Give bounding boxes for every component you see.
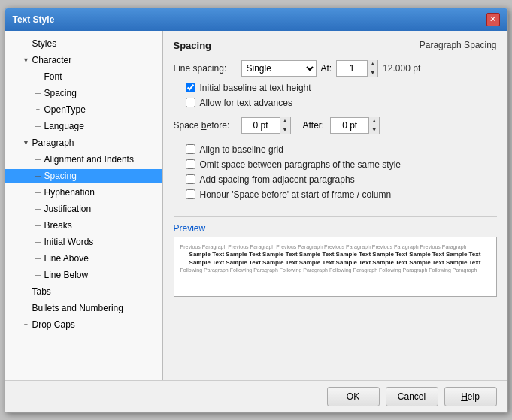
cb4-row: Omit space between paragraphs of the sam… [186,159,497,170]
space-before-spinner[interactable]: ▲ ▼ [241,117,291,134]
separator [174,216,497,217]
expander-styles [20,38,32,50]
sidebar-label-font: Font [44,71,62,82]
line-spacing-select[interactable]: Single 1.5 Lines Double At Least Exactly… [241,60,317,77]
expander-opentype: + [32,104,44,116]
space-before-up[interactable]: ▲ [280,117,290,125]
cancel-button[interactable]: Cancel [386,387,438,406]
sidebar-item-font[interactable]: — Font [5,68,162,85]
sidebar-item-character[interactable]: ▼ Character [5,52,162,68]
cb3-row: Align to baseline grid [186,144,497,155]
at-spinner-btns: ▲ ▼ [367,60,377,77]
sidebar-label-line-below: Line Below [44,270,89,280]
space-before-down[interactable]: ▼ [280,125,290,134]
cb3-checkbox[interactable] [186,144,195,154]
dialog-title: Text Style [13,14,55,25]
expander-bullets [20,302,32,314]
panel-title: Spacing [174,40,212,51]
sidebar-item-justification[interactable]: — Justification [5,201,162,217]
sidebar-label-spacing-char: Spacing [44,88,77,98]
at-spinner-down[interactable]: ▼ [367,68,377,77]
sidebar-item-spacing-char[interactable]: — Spacing [5,85,162,101]
cb1-row: Initial baseline at text height [186,83,497,93]
cb6-row: Honour 'Space before' at start of frame … [186,189,497,200]
expander-justification: — [32,203,44,215]
expander-drop-caps: + [20,319,32,331]
after-input[interactable] [331,118,368,133]
panel-subtitle: Paragraph Spacing [420,40,497,50]
cb1-checkbox[interactable] [186,83,195,92]
after-spinner[interactable]: ▲ ▼ [330,117,380,134]
sidebar-item-line-below[interactable]: — Line Below [5,267,162,283]
sidebar-item-tabs[interactable]: Tabs [5,283,162,300]
cb6-checkbox[interactable] [186,189,195,199]
cb5-checkbox[interactable] [186,174,195,184]
preview-sample-text: Sample Text Sample Text Sample Text Samp… [180,250,490,267]
sidebar-item-language[interactable]: — Language [5,118,162,134]
sidebar-item-breaks[interactable]: — Breaks [5,217,162,234]
preview-follow-text: Following Paragraph Following Paragraph … [180,267,490,273]
sidebar-label-spacing-para: Spacing [44,171,77,181]
sidebar-label-hyphenation: Hyphenation [44,187,95,198]
sidebar-item-initial-words[interactable]: — Initial Words [5,234,162,250]
sidebar-item-bullets[interactable]: Bullets and Numbering [5,300,162,316]
sidebar-label-bullets: Bullets and Numbering [32,303,123,313]
cb5-label: Add spacing from adjacent paragraphs [200,174,355,185]
expander-hyphenation: — [32,186,44,198]
sidebar-item-styles[interactable]: Styles [5,35,162,52]
expander-initial-words: — [32,236,44,248]
sidebar-label-styles: Styles [32,38,57,49]
at-label: At: [321,63,332,74]
cb4-label: Omit space between paragraphs of the sam… [200,159,401,170]
sidebar-label-drop-caps: Drop Caps [32,319,75,330]
expander-language: — [32,120,44,132]
help-button[interactable]: Help [444,387,497,406]
expander-paragraph: ▼ [20,137,32,149]
preview-prev-text: Previous Paragraph Previous Paragraph Pr… [180,243,490,250]
sidebar-label-justification: Justification [44,204,92,214]
sidebar-label-breaks: Breaks [44,220,72,231]
at-spinner[interactable]: ▲ ▼ [336,60,378,77]
expander-spacing-para: — [32,170,44,182]
sidebar-label-tabs: Tabs [32,286,51,297]
cb1-label: Initial baseline at text height [200,83,311,93]
sidebar-item-spacing-para[interactable]: — Spacing [5,168,162,184]
expander-alignment: — [32,153,44,165]
at-spinner-up[interactable]: ▲ [367,60,377,68]
sidebar-item-alignment[interactable]: — Alignment and Indents [5,151,162,168]
space-before-btns: ▲ ▼ [280,117,290,134]
cb5-row: Add spacing from adjacent paragraphs [186,174,497,185]
sidebar-label-opentype: OpenType [44,104,86,115]
expander-line-above: — [32,252,44,264]
sidebar-item-line-above[interactable]: — Line Above [5,250,162,267]
sidebar-item-paragraph[interactable]: ▼ Paragraph [5,134,162,151]
after-down[interactable]: ▼ [368,125,379,134]
sidebar-label-initial-words: Initial Words [44,237,94,247]
cb4-checkbox[interactable] [186,159,195,169]
after-btns: ▲ ▼ [368,117,379,134]
expander-breaks: — [32,219,44,231]
cb6-label: Honour 'Space before' at start of frame … [200,189,392,200]
line-spacing-row: Line spacing: Single 1.5 Lines Double At… [174,60,497,77]
at-input[interactable] [337,61,367,76]
cb2-label: Allow for text advances [200,98,292,108]
sidebar-label-character: Character [32,55,72,65]
after-up[interactable]: ▲ [368,117,379,125]
expander-character: ▼ [20,54,32,66]
preview-box: Previous Paragraph Previous Paragraph Pr… [174,237,497,297]
cb2-checkbox[interactable] [186,98,195,107]
sidebar-item-opentype[interactable]: + OpenType [5,101,162,118]
space-before-label: Space before: [174,120,241,131]
text-style-dialog: Text Style ✕ Styles ▼ Character [5,8,508,413]
expander-line-below: — [32,269,44,281]
sidebar-tree: Styles ▼ Character — Font — [5,31,163,380]
dialog-body: Styles ▼ Character — Font — [5,31,507,380]
close-button[interactable]: ✕ [486,13,500,26]
ok-button[interactable]: OK [327,387,380,406]
cb3-label: Align to baseline grid [200,144,283,155]
space-before-input[interactable] [242,118,280,133]
sidebar-item-hyphenation[interactable]: — Hyphenation [5,184,162,201]
sidebar-item-drop-caps[interactable]: + Drop Caps [5,316,162,333]
sidebar-label-alignment: Alignment and Indents [44,154,134,165]
pt-label: 12.000 pt [383,63,420,74]
